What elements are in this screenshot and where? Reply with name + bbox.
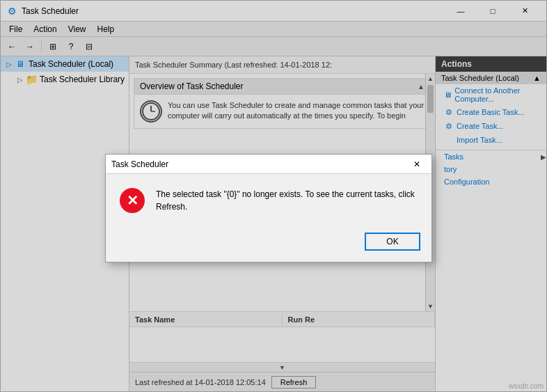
modal-title: Task Scheduler: [111, 159, 408, 169]
error-icon: ✕: [120, 188, 145, 213]
modal-body: ✕ The selected task "{0}" no longer exis…: [106, 174, 431, 227]
modal-close-button[interactable]: ✕: [408, 157, 426, 172]
main-window: ⚙ Task Scheduler — □ ✕ File Action View …: [0, 0, 547, 392]
modal-footer: OK: [106, 227, 431, 262]
watermark: wsxdn.com: [509, 382, 544, 390]
modal-dialog: Task Scheduler ✕ ✕ The selected task "{0…: [105, 154, 432, 262]
modal-overlay: Task Scheduler ✕ ✕ The selected task "{0…: [1, 1, 546, 391]
ok-button[interactable]: OK: [365, 233, 420, 251]
modal-message: The selected task "{0}" no longer exists…: [156, 188, 418, 213]
modal-title-bar: Task Scheduler ✕: [106, 155, 431, 174]
